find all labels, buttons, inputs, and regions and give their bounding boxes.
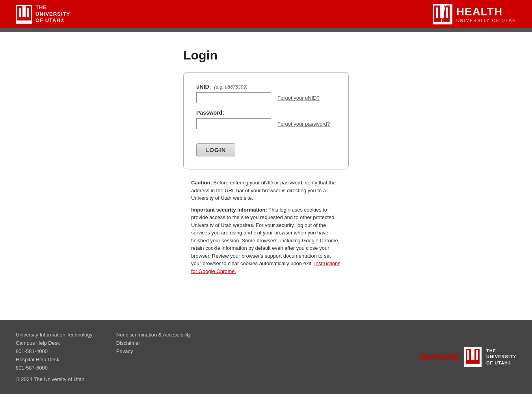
svg-rect-4 (19, 8, 21, 17)
footer-block-u-icon (464, 347, 482, 367)
footer-copyright: © 2024 The University of Utah (16, 376, 93, 382)
campus-helpdesk-phone: 801-581-4000 (16, 348, 93, 354)
unid-input[interactable] (196, 92, 271, 103)
footer-uu-text: THE UNIVERSITY OF UTAH® (486, 348, 516, 366)
unid-label: uNID: (196, 84, 211, 90)
disclaimer-link[interactable]: Disclaimer (116, 340, 191, 346)
svg-rect-10 (436, 7, 438, 18)
unid-field-group: uNID: (e.g. u8675309) Forgot your uNID? (196, 84, 336, 103)
password-field-group: Password: Forgot your password? (196, 110, 336, 129)
caution-text: Before entering your uNID or password, v… (191, 180, 336, 201)
hospital-helpdesk-phone: 801-587-6000 (16, 365, 93, 371)
svg-rect-17 (467, 350, 469, 360)
svg-rect-16 (466, 360, 480, 364)
svg-rect-3 (17, 17, 31, 20)
uu-block-u-icon (16, 5, 32, 24)
sub-header-bar (0, 28, 532, 32)
caution-label: Caution: (191, 180, 212, 186)
password-input[interactable] (196, 118, 271, 129)
login-button[interactable]: LOGIN (196, 143, 235, 156)
footer-col-2: Nondiscrimination & Accessibility Discla… (116, 332, 191, 382)
forgot-password-link[interactable]: Forgot your password? (277, 121, 330, 127)
footer-col-1: University Information Technology Campus… (16, 332, 93, 382)
site-header: THE UNIVERSITY OF UTAH® HEALTH UNIVERSIT… (0, 0, 532, 28)
campus-helpdesk-label: Campus Help Desk (16, 340, 93, 346)
footer-left: University Information Technology Campus… (16, 332, 191, 382)
site-footer: University Information Technology Campus… (0, 320, 532, 394)
caution-paragraph: Caution: Before entering your uNID or pa… (191, 179, 341, 202)
password-label: Password: (196, 110, 224, 116)
uu-logo-text: THE UNIVERSITY OF UTAH® (35, 4, 70, 24)
svg-rect-11 (446, 7, 448, 18)
login-container: Login uNID: (e.g. u8675309) Forgot your … (175, 48, 357, 275)
security-paragraph: Important security information: This log… (191, 206, 341, 275)
security-notices: Caution: Before entering your uNID or pa… (183, 179, 349, 275)
health-logo-right: HEALTH UNIVERSITY OF UTAH (433, 4, 516, 24)
main-content: Login uNID: (e.g. u8675309) Forgot your … (0, 32, 532, 320)
forgot-unid-link[interactable]: Forgot your uNID? (277, 95, 320, 101)
svg-rect-5 (27, 8, 29, 17)
health-block-u-icon (433, 4, 452, 24)
privacy-link[interactable]: Privacy (116, 348, 191, 354)
health-logo-text: HEALTH UNIVERSITY OF UTAH (456, 6, 516, 23)
uu-logo-left: THE UNIVERSITY OF UTAH® (16, 4, 70, 24)
footer-logo-right: IMAGINE THE UNIVERSITY OF UTAH® (420, 347, 516, 367)
security-text: This login uses cookies to provide acces… (191, 207, 339, 267)
page-title: Login (183, 48, 349, 63)
security-label: Important security information: (191, 207, 267, 213)
login-box: uNID: (e.g. u8675309) Forgot your uNID? … (183, 72, 349, 169)
unid-hint: (e.g. u8675309) (214, 84, 247, 90)
hospital-helpdesk-label: Hospital Help Desk (16, 357, 93, 362)
nondiscrimination-link[interactable]: Nondiscrimination & Accessibility (116, 332, 191, 338)
footer-uit-title: University Information Technology (16, 332, 93, 338)
imagine-text: IMAGINE (420, 352, 459, 362)
svg-rect-18 (476, 350, 478, 360)
